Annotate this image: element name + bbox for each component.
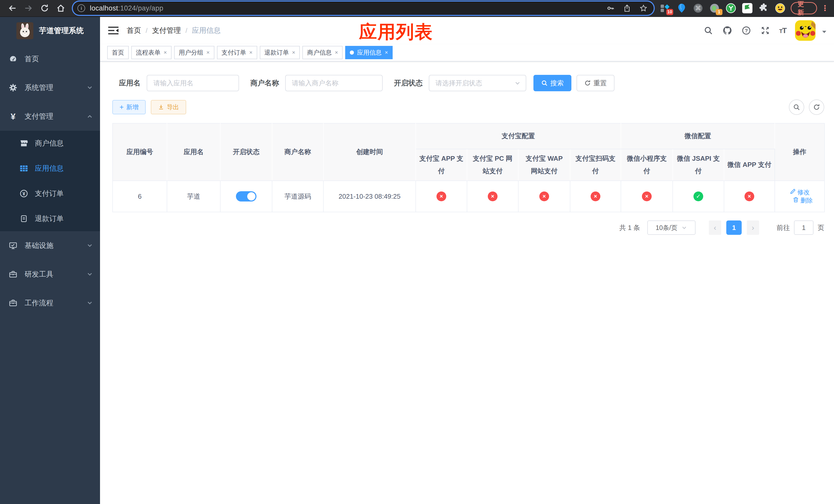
merchant-name-input[interactable]: [285, 75, 382, 91]
refresh-button[interactable]: [809, 99, 824, 115]
home-icon[interactable]: [55, 3, 66, 14]
doc-icon: [20, 214, 28, 223]
github-icon[interactable]: [722, 25, 732, 36]
extension-recorder-icon[interactable]: 1: [709, 3, 720, 14]
column-header: 应用编号: [113, 123, 167, 181]
tab-close-icon[interactable]: ×: [249, 50, 253, 55]
extension-blocks-icon[interactable]: 10: [660, 3, 671, 14]
tab-flow-form[interactable]: 流程表单×: [131, 46, 172, 59]
share-icon[interactable]: [622, 3, 632, 13]
bookmark-star-icon[interactable]: [638, 3, 649, 13]
navbar-actions: ? TT: [703, 20, 827, 41]
gear-icon: [9, 83, 18, 92]
tab-close-icon[interactable]: ×: [206, 50, 210, 55]
add-button[interactable]: +新增: [112, 100, 146, 114]
pagination-total: 共 1 条: [619, 223, 640, 232]
avatar-caret-icon[interactable]: [821, 27, 827, 33]
back-icon[interactable]: [7, 3, 18, 14]
table-row: 6芋道芋道源码2021-10-23 08:49:25×××××✓×修改删除: [113, 181, 825, 212]
trash-icon: [793, 197, 800, 204]
sidebar-item-pay-mgmt[interactable]: ¥支付管理: [0, 102, 100, 131]
sidebar-item-pay-order[interactable]: ¥支付订单: [0, 181, 100, 206]
filter-form: 应用名 商户名称 开启状态 请选择开启状态 搜索 重置: [112, 75, 824, 91]
reload-icon[interactable]: [39, 3, 50, 14]
table-toolbar: +新增 导出: [112, 100, 824, 114]
sidebar-item-system-mgmt[interactable]: 系统管理: [0, 73, 100, 102]
tab-pay-order[interactable]: 支付订单×: [217, 46, 257, 59]
tab-merchant-info[interactable]: 商户信息×: [302, 46, 343, 59]
sidebar-item-label: 工作流程: [25, 298, 87, 308]
sidebar-item-label: 商户信息: [35, 138, 93, 148]
browser-toolbar: i localhost:1024/pay/app 10 ⌘ 1: [0, 0, 834, 17]
extension-command-icon[interactable]: ⌘: [693, 3, 703, 14]
url-text: localhost:1024/pay/app: [90, 4, 599, 12]
fullscreen-icon[interactable]: [760, 25, 770, 36]
data-table: 应用编号应用名开启状态商户名称创建时间支付宝配置微信配置操作支付宝 APP 支付…: [112, 123, 824, 212]
app-name-label: 应用名: [119, 78, 140, 88]
prev-page-button[interactable]: ‹: [709, 221, 721, 235]
status-label: 开启状态: [394, 78, 423, 88]
sidebar-item-infrastructure[interactable]: 基础设施: [0, 231, 100, 260]
delete-link[interactable]: 删除: [793, 197, 813, 205]
page-size-select[interactable]: 10条/页: [647, 221, 696, 235]
breadcrumb: 首页 / 支付管理 / 应用信息: [127, 26, 221, 36]
toggle-search-button[interactable]: [789, 99, 804, 115]
sidebar-item-dev-tools[interactable]: 研发工具: [0, 260, 100, 289]
status-toggle[interactable]: [236, 191, 257, 202]
forward-icon[interactable]: [23, 3, 34, 14]
tab-app-info[interactable]: 应用信息×: [345, 46, 393, 59]
chrome-update-button[interactable]: 更新: [791, 2, 817, 14]
breadcrumb-pay-mgmt[interactable]: 支付管理: [152, 26, 181, 36]
breadcrumb-app-info: 应用信息: [192, 26, 221, 36]
sidebar-item-home[interactable]: 首页: [0, 45, 100, 73]
next-page-button[interactable]: ›: [747, 221, 759, 235]
app-logo-row[interactable]: 芋道管理系统: [0, 17, 100, 45]
search-button[interactable]: 搜索: [533, 75, 571, 91]
tab-home[interactable]: 首页: [107, 46, 129, 59]
svg-text:⌘: ⌘: [695, 5, 701, 12]
tab-close-icon[interactable]: ×: [163, 50, 167, 55]
user-avatar[interactable]: [795, 20, 815, 41]
sidebar-fold-icon[interactable]: [108, 25, 119, 36]
extension-flag-icon[interactable]: [742, 3, 753, 14]
status-select[interactable]: 请选择开启状态: [429, 75, 526, 91]
address-bar[interactable]: i localhost:1024/pay/app: [73, 2, 654, 15]
reset-button[interactable]: 重置: [576, 75, 614, 91]
tab-close-icon[interactable]: ×: [335, 50, 338, 55]
group-header: 微信配置: [621, 123, 775, 149]
column-header: 支付宝扫码支付: [570, 149, 621, 181]
status-x-icon: ×: [591, 191, 600, 201]
extension-badge: 10: [666, 9, 673, 15]
tab-refund-order[interactable]: 退款订单×: [260, 46, 300, 59]
sidebar-item-app-info[interactable]: 应用信息: [0, 156, 100, 181]
sidebar-item-label: 应用信息: [35, 164, 93, 173]
export-button[interactable]: 导出: [151, 100, 186, 114]
tab-user-group[interactable]: 用户分组×: [174, 46, 214, 59]
sidebar-item-workflow[interactable]: 工作流程: [0, 289, 100, 317]
edit-link[interactable]: 修改: [790, 188, 810, 197]
app-name-input[interactable]: [147, 75, 239, 91]
extensions-puzzle-icon[interactable]: [758, 3, 769, 14]
sidebar-item-refund-order[interactable]: 退款订单: [0, 206, 100, 231]
password-key-icon[interactable]: [606, 3, 616, 13]
extension-yuque-icon[interactable]: [725, 3, 736, 14]
tab-close-icon[interactable]: ×: [385, 50, 388, 55]
tab-close-icon[interactable]: ×: [292, 50, 295, 55]
browser-menu-icon[interactable]: ⋮: [821, 4, 829, 12]
cell-app-id: 6: [113, 181, 167, 212]
chevron-down-icon: [514, 80, 521, 86]
breadcrumb-home[interactable]: 首页: [127, 26, 141, 36]
svg-text:¥: ¥: [23, 191, 25, 197]
browser-profile-avatar[interactable]: [775, 3, 786, 14]
status-x-icon: ×: [642, 191, 652, 201]
cell-actions: 修改删除: [775, 181, 825, 212]
header-search-icon[interactable]: [703, 25, 714, 36]
site-info-icon[interactable]: i: [78, 4, 85, 12]
sidebar-item-merchant-info[interactable]: 商户信息: [0, 131, 100, 156]
goto-page-input[interactable]: [794, 221, 813, 235]
font-size-icon[interactable]: TT: [779, 26, 786, 35]
current-page-button[interactable]: 1: [726, 221, 742, 235]
column-header: 支付宝 APP 支付: [416, 149, 467, 181]
help-icon[interactable]: ?: [741, 25, 751, 36]
extension-balloon-icon[interactable]: [676, 3, 687, 14]
